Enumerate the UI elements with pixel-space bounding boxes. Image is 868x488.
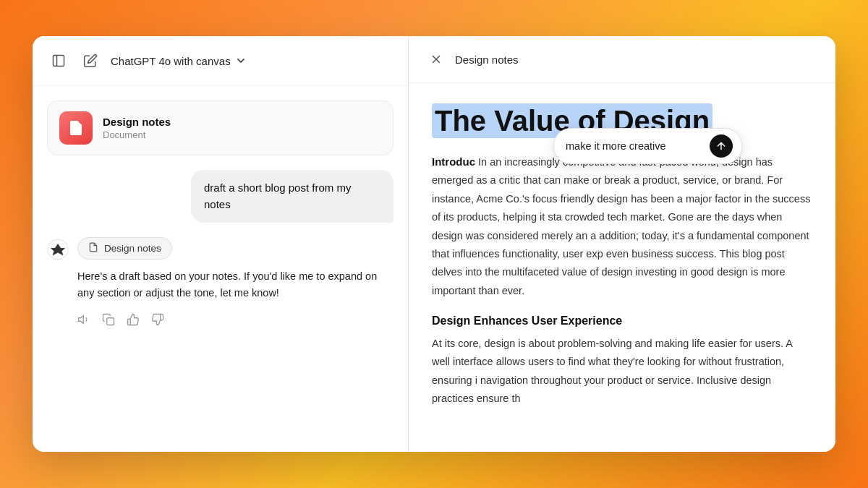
doc-pill-icon <box>88 242 98 254</box>
blog-intro-text: In an increasingly competitive and fast-… <box>432 156 810 296</box>
new-chat-button[interactable] <box>79 49 102 72</box>
app-window: ChatGPT 4o with canvas Design <box>33 36 835 452</box>
doc-card-subtitle: Document <box>103 129 171 140</box>
doc-card[interactable]: Design notes Document <box>47 100 393 155</box>
left-panel: ChatGPT 4o with canvas Design <box>33 36 409 452</box>
thumbs-up-icon[interactable] <box>127 313 140 326</box>
doc-pill[interactable]: Design notes <box>77 237 172 260</box>
svg-rect-0 <box>54 56 64 67</box>
copy-icon[interactable] <box>102 313 115 326</box>
svg-rect-4 <box>107 318 114 325</box>
user-message: draft a short blog post from my notes <box>191 170 393 223</box>
ai-text: Here's a draft based on your notes. If y… <box>77 268 393 301</box>
document-icon <box>67 119 85 137</box>
doc-pill-label: Design notes <box>104 243 161 254</box>
doc-icon-wrap <box>59 111 93 145</box>
inline-edit-popup <box>553 128 742 164</box>
ai-response-wrap: Design notes Here's a draft based on you… <box>47 237 393 326</box>
doc-info: Design notes Document <box>103 116 171 140</box>
submit-arrow-icon <box>715 140 727 152</box>
left-header: ChatGPT 4o with canvas <box>33 36 408 86</box>
doc-card-title: Design notes <box>103 116 171 128</box>
left-content: Design notes Document draft a short blog… <box>33 86 408 452</box>
ai-avatar <box>47 239 69 260</box>
inline-edit-input[interactable] <box>566 140 702 152</box>
right-panel-title: Design notes <box>455 53 519 66</box>
ai-content: Design notes Here's a draft based on you… <box>77 237 393 326</box>
section-ux-text: At its core, design is about problem-sol… <box>432 335 812 408</box>
intro-label: Introduc <box>432 155 475 168</box>
right-panel: Design notes The Value of Design <box>409 36 835 452</box>
user-message-wrap: draft a short blog post from my notes <box>47 170 393 223</box>
thumbs-down-icon[interactable] <box>151 313 164 326</box>
chevron-down-icon <box>237 56 245 65</box>
sidebar-toggle-button[interactable] <box>47 49 70 72</box>
model-selector[interactable]: ChatGPT 4o with canvas <box>111 55 245 67</box>
inline-submit-button[interactable] <box>710 134 733 158</box>
audio-icon[interactable] <box>77 313 90 326</box>
close-panel-button[interactable] <box>426 49 446 69</box>
right-header: Design notes <box>409 36 835 83</box>
section-ux: Design Enhances User Experience At its c… <box>432 314 812 408</box>
blog-intro-para: Introduc In an increasingly competitive … <box>432 153 812 300</box>
action-icons <box>77 313 393 326</box>
section-ux-title: Design Enhances User Experience <box>432 314 812 328</box>
svg-marker-3 <box>79 316 84 324</box>
right-content: The Value of Design Introduc In an incre… <box>409 83 835 452</box>
